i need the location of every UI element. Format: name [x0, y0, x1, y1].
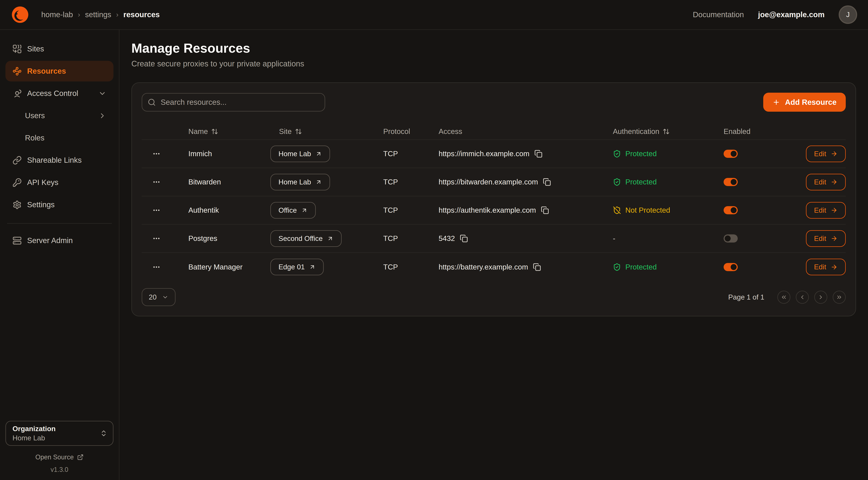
copy-button[interactable]: [543, 178, 552, 186]
column-header-name[interactable]: Name: [180, 127, 270, 136]
toggle-knob: [731, 151, 737, 157]
resource-name: Bitwarden: [180, 178, 270, 186]
page-size-value: 20: [149, 293, 157, 301]
copy-button[interactable]: [533, 263, 541, 271]
external-link-icon: [77, 454, 84, 460]
row-menu-button[interactable]: [149, 176, 164, 188]
table-row: Authentik Office TCP https://authentik.e…: [142, 197, 846, 224]
user-email[interactable]: joe@example.com: [758, 10, 825, 19]
protocol-label: TCP: [383, 263, 439, 271]
breadcrumb: home-lab › settings › resources: [41, 10, 160, 19]
column-header-protocol: Protocol: [383, 127, 439, 136]
site-link-button[interactable]: Office: [270, 202, 316, 219]
chevron-right-icon: [817, 294, 824, 300]
table-header: Name Site Protocol Access Authentication…: [142, 124, 846, 140]
sidebar-item-label: Sites: [27, 44, 44, 53]
edit-button-label: Edit: [814, 263, 826, 271]
site-link-label: Home Lab: [278, 150, 311, 158]
open-source-link[interactable]: Open Source: [5, 453, 114, 461]
ellipsis-icon: [152, 206, 160, 214]
search-input[interactable]: [142, 93, 325, 112]
shield-check-icon: [613, 263, 621, 271]
chevrons-right-icon: [836, 294, 842, 300]
avatar[interactable]: J: [839, 5, 857, 24]
documentation-link[interactable]: Documentation: [693, 10, 744, 19]
enabled-toggle[interactable]: [723, 150, 738, 158]
toggle-knob: [731, 179, 737, 185]
copy-button[interactable]: [541, 206, 550, 215]
edit-button[interactable]: Edit: [806, 174, 846, 190]
site-link-label: Home Lab: [278, 178, 311, 186]
enabled-toggle[interactable]: [723, 263, 738, 271]
breadcrumb-separator: ›: [78, 11, 80, 19]
access-value: https://authentik.example.com: [439, 206, 536, 214]
sidebar-item-settings[interactable]: Settings: [5, 194, 114, 215]
last-page-button[interactable]: [833, 291, 846, 304]
arrow-right-icon: [831, 235, 838, 242]
site-link-button[interactable]: Second Office: [270, 230, 342, 247]
shield-check-icon: [613, 150, 621, 158]
sidebar-item-users[interactable]: Users: [5, 106, 114, 126]
sites-icon: [12, 44, 22, 54]
sort-icon: [295, 128, 302, 135]
arrow-right-icon: [831, 178, 838, 185]
main-content: Manage Resources Create secure proxies t…: [119, 30, 868, 480]
enabled-toggle[interactable]: [723, 234, 738, 243]
next-page-button[interactable]: [814, 291, 827, 304]
sidebar-item-resources[interactable]: Resources: [5, 61, 114, 82]
row-menu-button[interactable]: [149, 204, 164, 216]
first-page-button[interactable]: [777, 291, 790, 304]
waypoints-icon: [12, 67, 22, 76]
sidebar-item-api-keys[interactable]: API Keys: [5, 172, 114, 193]
auth-status: -: [613, 234, 723, 243]
prev-page-button[interactable]: [796, 291, 809, 304]
enabled-toggle[interactable]: [723, 178, 738, 186]
access-value: https://battery.example.com: [439, 263, 528, 271]
org-selector[interactable]: Organization Home Lab: [5, 421, 114, 446]
chevron-right-icon: [98, 112, 106, 120]
site-link-button[interactable]: Edge 01: [270, 259, 324, 275]
sidebar-item-sites[interactable]: Sites: [5, 38, 114, 59]
site-link-button[interactable]: Home Lab: [270, 146, 330, 162]
sidebar-item-roles[interactable]: Roles: [5, 128, 114, 148]
edit-button[interactable]: Edit: [806, 202, 846, 219]
copy-button[interactable]: [534, 150, 543, 158]
copy-icon: [534, 150, 542, 158]
sidebar: Sites Resources Access Control Users Rol…: [0, 30, 119, 480]
plus-icon: [772, 98, 780, 106]
enabled-toggle[interactable]: [723, 206, 738, 214]
column-header-site[interactable]: Site: [270, 127, 383, 136]
resource-name: Postgres: [180, 234, 270, 243]
sidebar-item-access-control[interactable]: Access Control: [5, 83, 114, 104]
table-body: Immich Home Lab TCP https://immich.examp…: [142, 140, 846, 281]
auth-label: Protected: [625, 263, 657, 271]
breadcrumb-item-settings[interactable]: settings: [85, 10, 111, 19]
row-menu-button[interactable]: [149, 233, 164, 244]
protocol-label: TCP: [383, 206, 439, 214]
edit-button[interactable]: Edit: [806, 259, 846, 275]
sidebar-item-shareable-links[interactable]: Shareable Links: [5, 150, 114, 171]
page-size-select[interactable]: 20: [142, 288, 176, 306]
breadcrumb-item-org[interactable]: home-lab: [41, 10, 73, 19]
auth-label: Protected: [625, 178, 657, 186]
sidebar-item-label: Resources: [27, 67, 66, 76]
table-row: Battery Manager Edge 01 TCP https://batt…: [142, 253, 846, 281]
table-row: Immich Home Lab TCP https://immich.examp…: [142, 140, 846, 168]
topbar: home-lab › settings › resources Document…: [0, 0, 868, 30]
edit-button[interactable]: Edit: [806, 230, 846, 247]
app-logo-pangolin-icon[interactable]: [11, 5, 29, 24]
copy-icon: [541, 206, 549, 214]
open-source-label: Open Source: [35, 453, 74, 461]
sidebar-item-server-admin[interactable]: Server Admin: [5, 230, 114, 251]
add-resource-button[interactable]: Add Resource: [763, 93, 846, 112]
sidebar-item-label: Roles: [25, 133, 44, 142]
site-link-button[interactable]: Home Lab: [270, 174, 330, 190]
column-header-authentication[interactable]: Authentication: [613, 127, 723, 136]
edit-button[interactable]: Edit: [806, 146, 846, 162]
copy-button[interactable]: [460, 234, 468, 243]
row-menu-button[interactable]: [149, 148, 164, 160]
arrow-up-right-icon: [327, 235, 334, 242]
edit-button-label: Edit: [814, 178, 826, 186]
row-menu-button[interactable]: [149, 261, 164, 273]
toggle-knob: [725, 236, 731, 241]
